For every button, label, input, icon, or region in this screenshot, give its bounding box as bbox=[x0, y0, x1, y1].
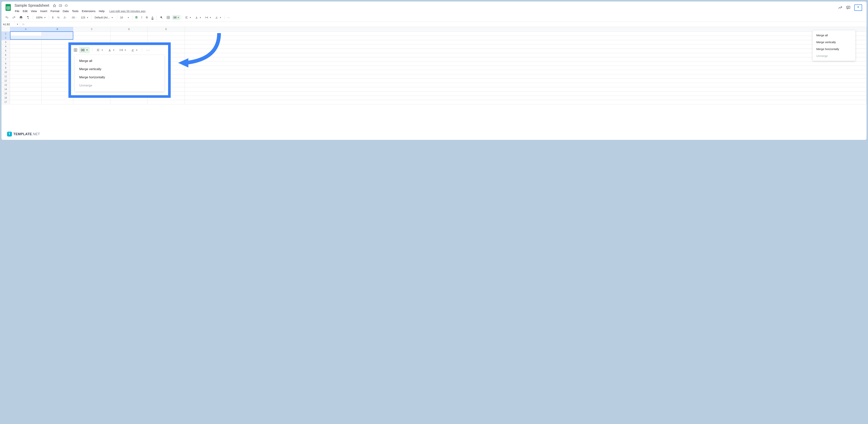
font-dropdown[interactable]: Default (Ari...▼ bbox=[93, 15, 116, 20]
select-all-corner[interactable] bbox=[1, 27, 10, 31]
row-header[interactable]: 17 bbox=[1, 100, 10, 104]
column-header-A[interactable]: A bbox=[10, 27, 42, 31]
cell[interactable] bbox=[185, 40, 867, 44]
cell[interactable] bbox=[10, 53, 42, 57]
cell[interactable] bbox=[185, 66, 867, 70]
italic-button[interactable]: I bbox=[140, 15, 144, 20]
bold-button[interactable]: B bbox=[134, 15, 139, 20]
cell[interactable] bbox=[73, 32, 111, 36]
menu-help[interactable]: Help bbox=[97, 9, 106, 13]
cell[interactable] bbox=[185, 57, 867, 61]
row-header[interactable]: 8 bbox=[1, 62, 10, 66]
column-header-E[interactable]: E bbox=[148, 27, 185, 31]
callout-wrap[interactable]: ▼ bbox=[118, 48, 128, 53]
sheets-logo[interactable] bbox=[4, 4, 12, 11]
cell[interactable] bbox=[10, 100, 42, 104]
cell[interactable] bbox=[185, 49, 867, 53]
cell[interactable] bbox=[185, 70, 867, 74]
callout-merge-all[interactable]: Merge all bbox=[75, 57, 164, 65]
move-icon[interactable] bbox=[59, 4, 62, 7]
cell[interactable] bbox=[10, 62, 42, 66]
redo-button[interactable] bbox=[11, 15, 17, 20]
vertical-align-button[interactable]: ▼ bbox=[193, 15, 203, 20]
cell[interactable] bbox=[10, 91, 42, 96]
callout-valign[interactable]: ▼ bbox=[106, 48, 116, 53]
row-header[interactable]: 11 bbox=[1, 74, 10, 79]
cell[interactable] bbox=[10, 83, 42, 87]
callout-more[interactable]: ··· bbox=[145, 47, 152, 53]
paint-format-button[interactable] bbox=[25, 15, 31, 20]
callout-halign[interactable]: ▼ bbox=[95, 48, 105, 53]
cell[interactable] bbox=[148, 32, 185, 36]
callout-merge-horizontal[interactable]: Merge horizontally bbox=[75, 73, 164, 82]
cell[interactable] bbox=[10, 87, 42, 91]
cell[interactable] bbox=[73, 36, 111, 40]
cell[interactable] bbox=[111, 100, 148, 104]
more-toolbar-button[interactable]: ··· bbox=[226, 15, 231, 20]
cell[interactable] bbox=[42, 36, 73, 40]
cell[interactable] bbox=[10, 32, 42, 36]
merge-all-item[interactable]: Merge all bbox=[813, 32, 855, 39]
row-header[interactable]: 5 bbox=[1, 49, 10, 53]
cell[interactable] bbox=[185, 96, 867, 100]
callout-rotation[interactable]: ▼ bbox=[130, 48, 139, 53]
cell[interactable] bbox=[185, 83, 867, 87]
cell[interactable] bbox=[185, 62, 867, 66]
cell[interactable] bbox=[185, 74, 867, 79]
text-rotation-button[interactable]: ▼ bbox=[214, 15, 223, 20]
cell[interactable] bbox=[10, 57, 42, 61]
decrease-decimal-button[interactable]: .0← bbox=[62, 15, 69, 20]
cell[interactable] bbox=[185, 87, 867, 91]
cell[interactable] bbox=[10, 49, 42, 53]
strikethrough-button[interactable]: S bbox=[144, 15, 149, 20]
share-button[interactable] bbox=[854, 4, 862, 11]
row-header[interactable]: 9 bbox=[1, 66, 10, 70]
column-header-D[interactable]: D bbox=[111, 27, 148, 31]
cell[interactable] bbox=[148, 36, 185, 40]
currency-button[interactable]: $ bbox=[51, 15, 55, 20]
callout-merge-button[interactable]: ▼ bbox=[79, 47, 90, 53]
cell[interactable] bbox=[185, 36, 867, 40]
percent-button[interactable]: % bbox=[56, 15, 61, 20]
row-header[interactable]: 6 bbox=[1, 53, 10, 57]
cell[interactable] bbox=[10, 70, 42, 74]
print-button[interactable] bbox=[18, 15, 24, 20]
text-wrap-button[interactable]: ▼ bbox=[204, 15, 213, 20]
cell[interactable] bbox=[10, 36, 42, 40]
cell[interactable] bbox=[10, 74, 42, 79]
cell[interactable] bbox=[185, 100, 867, 104]
menu-file[interactable]: File bbox=[13, 9, 21, 13]
cell[interactable] bbox=[185, 44, 867, 49]
callout-merge-vertical[interactable]: Merge vertically bbox=[75, 65, 164, 73]
last-edit-link[interactable]: Last edit was 59 minutes ago bbox=[108, 9, 146, 13]
row-header[interactable]: 7 bbox=[1, 57, 10, 61]
cell[interactable] bbox=[42, 100, 73, 104]
row-header[interactable]: 2 bbox=[1, 36, 10, 40]
cell[interactable] bbox=[111, 36, 148, 40]
column-header-blank[interactable] bbox=[185, 27, 867, 31]
font-size-dropdown[interactable]: 10▼ bbox=[119, 15, 131, 20]
column-header-B[interactable]: B bbox=[42, 27, 73, 31]
cell[interactable] bbox=[185, 53, 867, 57]
cell[interactable] bbox=[42, 32, 73, 36]
row-header[interactable]: 3 bbox=[1, 40, 10, 44]
star-icon[interactable] bbox=[53, 4, 56, 7]
name-box[interactable]: A1:B2 ▼ bbox=[1, 22, 20, 27]
cell[interactable] bbox=[10, 79, 42, 83]
horizontal-align-button[interactable]: ▼ bbox=[184, 15, 193, 20]
menu-data[interactable]: Data bbox=[61, 9, 70, 13]
row-header[interactable]: 13 bbox=[1, 83, 10, 87]
cell[interactable] bbox=[185, 79, 867, 83]
cell[interactable] bbox=[10, 96, 42, 100]
menu-tools[interactable]: Tools bbox=[70, 9, 80, 13]
row-header[interactable]: 15 bbox=[1, 91, 10, 96]
increase-decimal-button[interactable]: .00→ bbox=[70, 15, 79, 20]
cell[interactable] bbox=[10, 44, 42, 49]
cloud-icon[interactable] bbox=[64, 4, 68, 7]
cell[interactable] bbox=[10, 66, 42, 70]
merge-vertically-item[interactable]: Merge vertically bbox=[813, 39, 855, 46]
fill-color-button[interactable] bbox=[158, 15, 164, 20]
menu-view[interactable]: View bbox=[29, 9, 38, 13]
merge-horizontally-item[interactable]: Merge horizontally bbox=[813, 46, 855, 53]
row-header[interactable]: 12 bbox=[1, 79, 10, 83]
